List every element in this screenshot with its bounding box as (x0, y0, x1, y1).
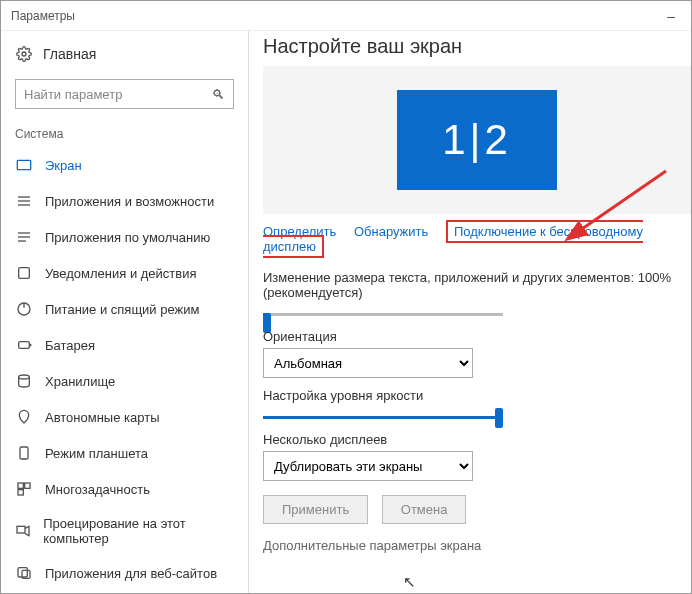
svg-rect-18 (17, 526, 25, 533)
section-label: Система (1, 123, 248, 147)
nav-icon (15, 372, 33, 390)
nav-icon (15, 156, 33, 174)
sidebar-item-label: Уведомления и действия (45, 266, 197, 281)
sidebar-item-8[interactable]: Режим планшета (1, 435, 248, 471)
sidebar-item-label: Режим планшета (45, 446, 148, 461)
home-link[interactable]: Главная (1, 39, 248, 69)
nav-icon (15, 480, 33, 498)
gear-icon (15, 45, 33, 63)
sidebar-item-label: Приложения по умолчанию (45, 230, 210, 245)
sidebar-item-11[interactable]: Приложения для веб-сайтов (1, 555, 248, 591)
nav-list: ЭкранПриложения и возможностиПриложения … (1, 147, 248, 593)
main-panel: Настройте ваш экран 1|2 Определить Обнар… (249, 31, 691, 593)
svg-rect-15 (18, 483, 23, 488)
sidebar-item-3[interactable]: Уведомления и действия (1, 255, 248, 291)
titlebar: Параметры – (1, 1, 691, 31)
home-label: Главная (43, 46, 96, 62)
sidebar-item-0[interactable]: Экран (1, 147, 248, 183)
monitor-tile[interactable]: 1|2 (397, 90, 557, 190)
sidebar-item-1[interactable]: Приложения и возможности (1, 183, 248, 219)
brightness-label: Настройка уровня яркости (263, 388, 691, 403)
nav-icon (15, 444, 33, 462)
svg-point-13 (19, 375, 30, 379)
nav-icon (15, 264, 33, 282)
sidebar-item-4[interactable]: Питание и спящий режим (1, 291, 248, 327)
sidebar-item-label: Экран (45, 158, 82, 173)
sidebar-item-label: Приложения и возможности (45, 194, 214, 209)
identify-link[interactable]: Обнаружить (354, 224, 428, 239)
svg-rect-17 (18, 490, 23, 495)
nav-icon (15, 192, 33, 210)
nav-icon (15, 300, 33, 318)
multiple-select[interactable]: Дублировать эти экраны (263, 451, 473, 481)
sidebar-item-label: Питание и спящий режим (45, 302, 199, 317)
sidebar-item-label: Приложения для веб-сайтов (45, 566, 217, 581)
sidebar-item-12[interactable]: О системе (1, 591, 248, 593)
sidebar-item-label: Многозадачность (45, 482, 150, 497)
nav-icon (15, 564, 33, 582)
svg-rect-1 (17, 160, 30, 169)
sidebar-item-label: Батарея (45, 338, 95, 353)
multiple-label: Несколько дисплеев (263, 432, 691, 447)
extra-settings-link[interactable]: Дополнительные параметры экрана (263, 538, 691, 553)
svg-rect-16 (25, 483, 30, 488)
brightness-slider[interactable] (263, 416, 503, 419)
display-links: Определить Обнаружить Подключение к бесп… (263, 214, 691, 260)
orientation-label: Ориентация (263, 329, 691, 344)
sidebar-item-2[interactable]: Приложения по умолчанию (1, 219, 248, 255)
scaling-slider[interactable] (263, 313, 503, 316)
sidebar-item-label: Хранилище (45, 374, 115, 389)
sidebar-item-7[interactable]: Автономные карты (1, 399, 248, 435)
sidebar-item-5[interactable]: Батарея (1, 327, 248, 363)
search-icon: 🔍︎ (212, 87, 225, 102)
sidebar-item-6[interactable]: Хранилище (1, 363, 248, 399)
window-title: Параметры (11, 9, 75, 23)
svg-rect-8 (19, 268, 30, 279)
nav-icon (15, 522, 31, 540)
sidebar-item-label: Автономные карты (45, 410, 160, 425)
sidebar-item-label: Проецирование на этот компьютер (43, 516, 234, 546)
sidebar-item-10[interactable]: Проецирование на этот компьютер (1, 507, 248, 555)
search-input[interactable]: Найти параметр 🔍︎ (15, 79, 234, 109)
minimize-button[interactable]: – (661, 8, 681, 24)
nav-icon (15, 336, 33, 354)
nav-icon (15, 228, 33, 246)
display-preview: 1|2 (263, 66, 691, 214)
nav-icon (15, 408, 33, 426)
orientation-select[interactable]: Альбомная (263, 348, 473, 378)
search-placeholder: Найти параметр (24, 87, 122, 102)
scaling-label: Изменение размера текста, приложений и д… (263, 270, 691, 300)
sidebar: Главная Найти параметр 🔍︎ Система ЭкранП… (1, 31, 249, 593)
svg-rect-11 (19, 342, 30, 349)
apply-button[interactable]: Применить (263, 495, 368, 524)
page-title: Настройте ваш экран (263, 35, 691, 58)
sidebar-item-9[interactable]: Многозадачность (1, 471, 248, 507)
svg-rect-14 (20, 447, 28, 459)
cancel-button[interactable]: Отмена (382, 495, 467, 524)
svg-point-0 (22, 52, 26, 56)
